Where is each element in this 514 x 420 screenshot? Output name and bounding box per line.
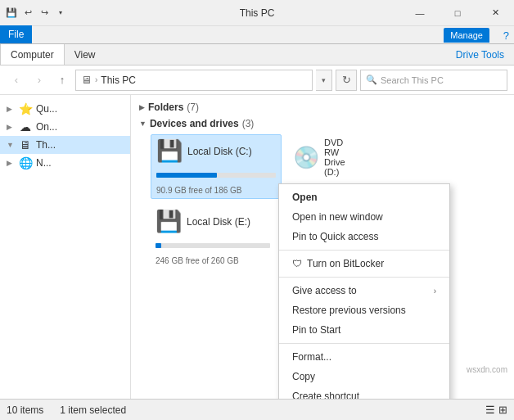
- context-menu: Open Open in new window Pin to Quick acc…: [278, 183, 450, 399]
- ctx-separator-1: [279, 250, 449, 251]
- item-count: 10 items: [7, 404, 43, 416]
- ctx-give-access[interactable]: Give access to ›: [279, 281, 449, 300]
- drive-e-info: Local Disk (E:): [187, 216, 250, 228]
- drive-dvd-info: DVD RW Drive (D:): [324, 138, 357, 177]
- this-pc-label: Th...: [36, 139, 56, 151]
- main-content: ▶ ⭐ Qu... ▶ ☁ On... ▼ 🖥 Th... ▶ 🌐 N... ▶…: [0, 95, 514, 399]
- ctx-pin-start[interactable]: Pin to Start: [279, 320, 449, 340]
- sidebar-item-quick-access[interactable]: ▶ ⭐ Qu...: [0, 100, 130, 118]
- maximize-button[interactable]: □: [439, 0, 476, 26]
- path-segment-thispc: This PC: [101, 75, 136, 86]
- address-bar: ‹ › ↑ 🖥 › This PC ▾ ↻ 🔍 Search This PC: [0, 65, 514, 95]
- drive-e-icon: 💾: [156, 209, 182, 234]
- bitlocker-shield-icon: 🛡: [292, 258, 302, 269]
- sidebar: ▶ ⭐ Qu... ▶ ☁ On... ▼ 🖥 Th... ▶ 🌐 N...: [0, 95, 131, 399]
- expand-arrow-icon: ▶: [7, 105, 15, 113]
- list-view-icon[interactable]: ☰: [485, 404, 495, 416]
- drive-c-bar: [156, 173, 217, 178]
- ctx-restore[interactable]: Restore previous versions: [279, 300, 449, 320]
- drive-e-header: 💾 Local Disk (E:): [156, 209, 250, 234]
- search-icon: 🔍: [366, 75, 377, 85]
- path-computer-icon: 🖥: [81, 74, 92, 86]
- sidebar-item-network[interactable]: ▶ 🌐 N...: [0, 154, 130, 172]
- status-bar: 10 items 1 item selected ☰ ⊞: [0, 399, 514, 420]
- expand-arrow-icon: ▶: [7, 159, 15, 167]
- drive-e-bar-bg: [156, 243, 270, 248]
- sidebar-item-this-pc[interactable]: ▼ 🖥 Th...: [0, 136, 130, 154]
- folders-expand-icon: ▶: [139, 103, 145, 111]
- ctx-separator-2: [279, 277, 449, 278]
- ribbon: File ? Manage Computer View Drive Tools: [0, 26, 514, 65]
- drive-e-size: 246 GB free of 260 GB: [156, 256, 239, 265]
- file-area: ▶ Folders (7) ▼ Devices and drives (3) 💾…: [131, 95, 514, 399]
- this-pc-icon: 🖥: [18, 138, 33, 151]
- network-label: N...: [36, 157, 52, 169]
- drive-dvd-name: DVD RW Drive (D:): [324, 138, 357, 177]
- title-bar-left: 💾 ↩ ↪ ▾: [0, 7, 401, 20]
- quick-access-label: Qu...: [36, 103, 57, 115]
- drive-c-info: Local Disk (C:): [187, 146, 252, 157]
- ctx-open[interactable]: Open: [279, 187, 449, 207]
- expand-arrow-icon: ▶: [7, 123, 15, 131]
- drive-c-bar-bg: [156, 173, 276, 178]
- address-path[interactable]: 🖥 › This PC: [75, 70, 313, 91]
- search-placeholder: Search This PC: [381, 75, 502, 85]
- onedrive-icon: ☁: [18, 120, 33, 133]
- drive-c-header: 💾 Local Disk (C:): [156, 138, 252, 164]
- up-button[interactable]: ↑: [52, 70, 72, 90]
- drive-c-size: 90.9 GB free of 186 GB: [156, 186, 242, 195]
- ctx-pin-quick-access[interactable]: Pin to Quick access: [279, 227, 449, 246]
- devices-count: (3): [242, 118, 255, 129]
- window-controls: — □ ✕: [401, 0, 514, 25]
- manage-label: Manage: [450, 30, 483, 40]
- devices-title: Devices and drives: [150, 118, 239, 129]
- address-chevron[interactable]: ▾: [316, 70, 332, 91]
- search-box[interactable]: 🔍 Search This PC: [360, 70, 507, 91]
- onedrive-label: On...: [36, 121, 57, 133]
- folders-count: (7): [187, 102, 199, 113]
- ctx-arrow-icon: ›: [434, 287, 436, 296]
- devices-section-header[interactable]: ▼ Devices and drives (3): [139, 118, 506, 129]
- sidebar-item-onedrive[interactable]: ▶ ☁ On...: [0, 118, 130, 136]
- ctx-create-shortcut[interactable]: Create shortcut: [279, 386, 449, 399]
- title-bar: 💾 ↩ ↪ ▾ This PC — □ ✕: [0, 0, 514, 26]
- quick-access-icon: ⭐: [18, 102, 33, 115]
- ctx-open-new-window[interactable]: Open in new window: [279, 207, 449, 227]
- drive-dvd-header: 💿 DVD RW Drive (D:): [293, 138, 357, 177]
- grid-view-icon[interactable]: ⊞: [498, 404, 507, 416]
- minimize-button[interactable]: —: [401, 0, 439, 26]
- back-button[interactable]: ‹: [7, 70, 26, 90]
- view-controls: ☰ ⊞: [485, 404, 507, 416]
- refresh-button[interactable]: ↻: [336, 70, 357, 91]
- tab-computer[interactable]: Computer: [0, 44, 65, 65]
- ctx-separator-3: [279, 343, 449, 344]
- drive-c-icon: 💾: [156, 138, 183, 164]
- drive-e-bar: [156, 243, 161, 248]
- drive-c-item[interactable]: 💾 Local Disk (C:) 90.9 GB free of 186 GB: [151, 134, 282, 199]
- tab-view[interactable]: View: [65, 44, 106, 65]
- manage-chip: Manage: [444, 28, 489, 43]
- qat-save-icon[interactable]: 💾: [5, 7, 18, 20]
- ctx-format[interactable]: Format...: [279, 347, 449, 367]
- network-icon: 🌐: [18, 156, 33, 169]
- help-icon[interactable]: ?: [503, 29, 509, 42]
- file-tab[interactable]: File: [0, 25, 32, 43]
- drive-e-item[interactable]: 💾 Local Disk (E:) 246 GB free of 260 GB: [151, 205, 282, 269]
- expand-arrow-icon: ▼: [7, 141, 15, 149]
- qat-redo-icon[interactable]: ↪: [38, 7, 51, 20]
- ctx-bitlocker-inner: 🛡 Turn on BitLocker: [292, 258, 384, 269]
- devices-expand-icon: ▼: [139, 120, 147, 128]
- selection-info: 1 item selected: [60, 404, 126, 416]
- qat-dropdown-icon[interactable]: ▾: [54, 7, 67, 20]
- ribbon-upper: File ? Manage: [0, 26, 514, 44]
- folders-section-header[interactable]: ▶ Folders (7): [139, 102, 506, 113]
- ctx-copy[interactable]: Copy: [279, 367, 449, 386]
- drive-dvd-icon: 💿: [293, 145, 319, 170]
- forward-button[interactable]: ›: [29, 70, 49, 90]
- tab-drive-tools[interactable]: Drive Tools: [446, 44, 514, 65]
- qat-undo-icon[interactable]: ↩: [21, 7, 34, 20]
- close-button[interactable]: ✕: [476, 0, 514, 26]
- ctx-bitlocker[interactable]: 🛡 Turn on BitLocker: [279, 254, 449, 273]
- ribbon-lower: Computer View Drive Tools: [0, 44, 514, 65]
- folders-title: Folders: [148, 102, 183, 113]
